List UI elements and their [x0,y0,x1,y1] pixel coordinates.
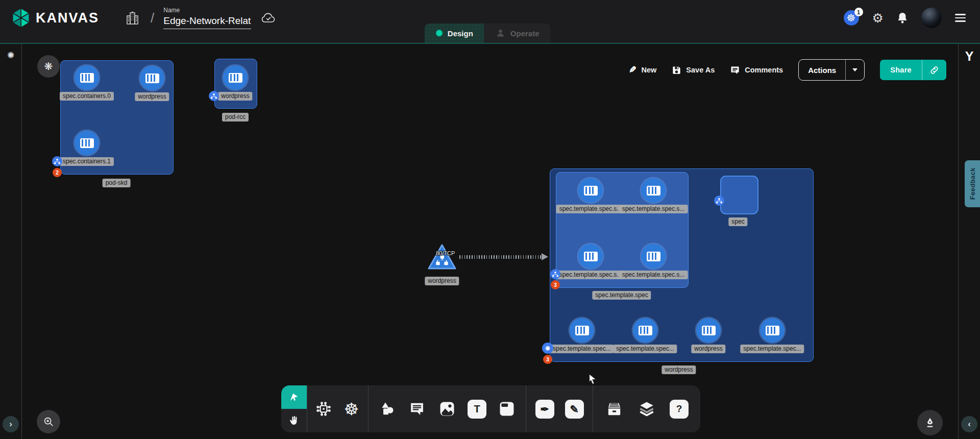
group-hierarchy-badge[interactable] [550,269,560,279]
container-icon [639,326,652,335]
kubernetes-context-icon[interactable]: ☸ 1 [844,10,859,26]
group-deployment-badge[interactable]: ✺ [542,343,553,354]
collaboration-y-icon[interactable]: Y [959,49,980,64]
tool-cursor[interactable] [281,385,307,409]
node-template-container[interactable]: spec.template.spec... [570,318,594,343]
group-label: pod-rcc [222,113,249,121]
design-canvas[interactable]: ✎ New Save As Comments Acti [0,44,980,439]
settings-gear-icon[interactable]: ⚙ [872,12,884,25]
issue-count-badge[interactable]: 3 [543,355,552,364]
context-count-badge: 1 [854,8,863,16]
node-wordpress-container[interactable]: wordpress [140,66,164,90]
node-spec-containers-1[interactable]: spec.containers.1 [75,131,99,155]
save-as-button[interactable]: Save As [672,65,715,75]
tool-shapes-icon[interactable] [376,395,399,423]
design-name-input[interactable] [163,14,251,29]
node-spec-empty[interactable] [720,176,758,214]
fountain-pen-glyph: ✒ [535,400,554,419]
mouse-pointer-icon [587,373,598,385]
canvas-config-button[interactable]: ❋ [37,55,60,78]
tool-note-icon[interactable] [496,395,518,423]
name-field-label: Name [163,7,251,14]
tool-image-icon[interactable] [436,395,458,423]
edge-arrowhead-icon [542,253,548,260]
edge-port-label: 80/TCP [436,250,455,256]
group-label: wordpress [662,365,696,374]
issue-count-badge[interactable]: 3 [551,280,560,289]
canvas-action-row: ✎ New Save As Comments Acti [629,59,946,81]
node-template-container[interactable]: spec.template.spec.s... [578,178,603,203]
node-service-wordpress[interactable] [427,243,457,272]
kanvas-hex-icon [11,7,31,29]
container-icon [584,252,598,261]
expand-right-panel-button[interactable]: ‹ [961,416,977,432]
tab-operate-label: Operate [510,29,540,38]
notifications-bell-icon[interactable] [897,12,908,24]
cloud-saved-icon [260,12,277,24]
breadcrumb-separator: / [151,10,154,26]
node-template-container[interactable]: spec.template.spec.s... [578,244,603,269]
tool-help-icon[interactable]: ? [668,395,691,423]
container-icon [229,73,242,83]
node-spec-containers-0[interactable]: spec.containers.0 [75,65,99,90]
tool-component-chip-icon[interactable] [312,395,335,423]
actions-dropdown-toggle[interactable] [846,68,864,71]
actions-label: Actions [799,66,845,75]
freehand-pen-button[interactable] [917,410,943,435]
tab-design[interactable]: ✺ Design [425,23,484,43]
tab-operate[interactable]: Operate [484,23,551,43]
node-wordpress-container[interactable]: wordpress [223,65,248,90]
tool-pan-hand[interactable] [281,409,307,432]
tool-pen-icon[interactable]: ✒ [533,395,556,423]
node-template-container[interactable]: spec.template.spec.s... [641,178,666,203]
organization-icon[interactable] [126,11,139,25]
user-avatar[interactable] [921,8,942,28]
actions-split-button[interactable]: Actions [798,59,865,81]
pencil-glyph: ✎ [565,400,584,419]
tool-kubernetes-icon[interactable]: ☸ [340,395,363,423]
container-icon [80,138,94,148]
canvas-toolbar: ☸ T [281,385,700,432]
comments-button[interactable]: Comments [730,65,783,75]
mode-tabs: ✺ Design Operate [425,23,551,43]
node-hierarchy-badge[interactable] [714,196,724,206]
container-icon [80,73,94,83]
group-label: pod-skd [103,179,131,187]
comments-label: Comments [745,66,783,74]
tool-layers-icon[interactable] [635,395,658,423]
node-template-container[interactable]: spec.template.spec.s... [641,244,666,269]
group-label: spec.template.spec [592,291,651,300]
kanvas-logo[interactable]: KANVAS [11,7,99,29]
tab-underline [0,43,980,44]
history-spiral-icon[interactable]: ✺ [0,50,21,61]
group-hierarchy-badge[interactable] [52,156,62,166]
tool-drawer-icon[interactable] [603,395,626,423]
node-wordpress-container[interactable]: wordpress [696,318,721,343]
tool-comment-icon[interactable] [406,395,428,423]
node-template-container[interactable]: spec.template.spec... [633,318,657,343]
tool-sketch-icon[interactable]: ✎ [563,395,585,423]
node-template-container[interactable]: spec.template.spec... [760,318,785,343]
share-split-button[interactable]: Share [880,60,946,80]
zoom-button[interactable] [37,410,60,433]
feedback-tab[interactable]: Feedback [965,160,980,207]
container-icon [766,326,779,335]
service-edge[interactable] [459,255,542,259]
group-hierarchy-badge[interactable] [209,91,219,101]
expand-left-panel-button[interactable]: › [3,416,19,432]
tool-text-icon[interactable]: T [466,395,488,423]
container-icon [702,326,716,335]
copy-link-button[interactable] [922,65,946,75]
new-button[interactable]: ✎ New [629,65,656,75]
node-label: wordpress [691,345,725,353]
feedback-label: Feedback [969,167,976,200]
container-icon [575,326,589,335]
node-label: spec.containers.0 [60,92,114,101]
node-label: spec.template.spec... [740,345,804,353]
cursor-arrow-icon [288,392,300,403]
issue-count-badge[interactable]: 2 [53,168,62,177]
container-icon [647,186,660,196]
left-rail: ✺ › [0,44,22,439]
menu-hamburger-icon[interactable] [955,14,966,22]
pen-nib-icon [924,417,936,429]
